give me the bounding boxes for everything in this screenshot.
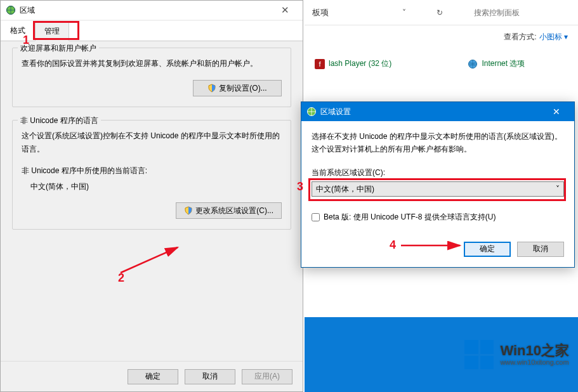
copy-settings-button[interactable]: 复制设置(O)...: [193, 80, 282, 96]
locale-body: 选择在不支持 Unicode 的程序中显示文本时所使用的语言(系统区域设置)。这…: [301, 121, 574, 267]
watermark-url: www.win10xitong.com: [500, 358, 569, 366]
locale-select[interactable]: 中文(简体，中国) ˅: [312, 181, 564, 197]
close-icon[interactable]: ✕: [544, 103, 569, 121]
button-label: 更改系统区域设置(C)...: [195, 206, 273, 216]
region-body: 欢迎屏幕和新用户帐户 查看你的国际设置并将其复制到欢迎屏幕、系统帐户和新的用户帐…: [1, 41, 303, 380]
cp-item-label: lash Player (32 位): [329, 58, 391, 69]
windows-logo-icon: [464, 340, 494, 369]
flash-icon: f: [315, 59, 325, 69]
view-mode-link[interactable]: 小图标 ▾: [539, 32, 568, 42]
cp-item-flash[interactable]: f lash Player (32 位): [315, 58, 391, 69]
watermark-title: Win10之家: [500, 343, 569, 358]
chevron-down-icon: ˅: [556, 183, 560, 195]
shield-icon: [207, 84, 216, 93]
tab-admin[interactable]: 管理: [35, 22, 69, 41]
group-text: 查看你的国际设置并将其复制到欢迎屏幕、系统帐户和新的用户帐户。: [22, 57, 282, 70]
cp-item-label: Internet 选项: [482, 58, 525, 69]
view-label: 查看方式:: [504, 32, 536, 42]
locale-dialog: 区域设置 ✕ 选择在不支持 Unicode 的程序中显示文本时所使用的语言(系统…: [301, 101, 575, 268]
locale-footer: 确定 取消: [312, 242, 564, 257]
chevron-down-icon[interactable]: ˅: [399, 8, 409, 18]
region-title: 区域: [20, 5, 272, 16]
current-lang-label: 非 Unicode 程序中所使用的当前语言:: [22, 166, 282, 176]
utf8-checkbox[interactable]: [312, 213, 320, 221]
ok-button[interactable]: 确定: [464, 242, 511, 257]
group-text: 这个设置(系统区域设置)控制在不支持 Unicode 的程序中显示文本时所使用的…: [22, 129, 282, 155]
locale-title: 区域设置: [320, 107, 544, 117]
cp-toolbar: 板项 ˅ ↻: [305, 0, 578, 25]
group-welcome: 欢迎屏幕和新用户帐户 查看你的国际设置并将其复制到欢迎屏幕、系统帐户和新的用户帐…: [12, 48, 291, 107]
shield-icon: [184, 206, 193, 215]
current-lang-value: 中文(简体，中国): [30, 181, 282, 192]
tab-format[interactable]: 格式: [1, 21, 35, 41]
search-input[interactable]: [470, 4, 573, 21]
change-locale-button[interactable]: 更改系统区域设置(C)...: [176, 202, 282, 219]
tabs: 格式 管理: [1, 21, 303, 41]
cancel-button[interactable]: 取消: [517, 242, 564, 257]
region-footer: 确定 取消 应用(A): [1, 361, 303, 391]
group-title: 非 Unicode 程序的语言: [18, 115, 101, 126]
refresh-icon[interactable]: ↻: [433, 6, 447, 20]
cp-item-internet[interactable]: Internet 选项: [468, 58, 525, 69]
globe-icon: [306, 107, 317, 117]
breadcrumb[interactable]: 板项: [310, 7, 394, 18]
group-nonunicode: 非 Unicode 程序的语言 这个设置(系统区域设置)控制在不支持 Unico…: [12, 120, 291, 230]
locale-label: 当前系统区域设置(C):: [312, 166, 564, 179]
internet-icon: [468, 59, 478, 69]
checkbox-label: Beta 版: 使用 Unicode UTF-8 提供全球语言支持(U): [324, 211, 496, 223]
cp-items: f lash Player (32 位) Internet 选项: [305, 48, 578, 79]
apply-button[interactable]: 应用(A): [242, 369, 292, 384]
locale-description: 选择在不支持 Unicode 的程序中显示文本时所使用的语言(系统区域设置)。这…: [312, 130, 564, 156]
ok-button[interactable]: 确定: [128, 369, 178, 384]
utf8-checkbox-row[interactable]: Beta 版: 使用 Unicode UTF-8 提供全球语言支持(U): [312, 211, 564, 223]
cancel-button[interactable]: 取消: [185, 369, 235, 384]
region-titlebar[interactable]: 区域 ✕: [1, 1, 303, 20]
watermark: Win10之家 www.win10xitong.com: [464, 340, 569, 369]
globe-icon: [6, 5, 16, 15]
button-label: 复制设置(O)...: [219, 83, 266, 94]
region-dialog: 区域 ✕ 格式 管理 欢迎屏幕和新用户帐户 查看你的国际设置并将其复制到欢迎屏幕…: [0, 0, 303, 392]
close-icon[interactable]: ✕: [272, 3, 298, 18]
view-mode-bar: 查看方式: 小图标 ▾: [305, 25, 578, 48]
locale-value: 中文(简体，中国): [316, 183, 374, 195]
group-title: 欢迎屏幕和新用户帐户: [18, 43, 99, 54]
locale-titlebar[interactable]: 区域设置 ✕: [301, 102, 574, 121]
